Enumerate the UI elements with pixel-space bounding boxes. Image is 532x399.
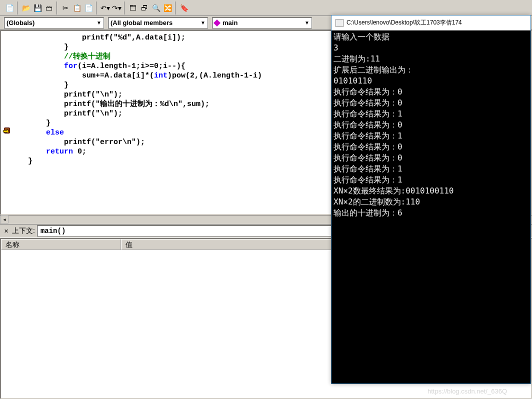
main-toolbar: 📄 📂 💾 🗃 ✂ 📋 📄 ↶▾ ↷▾ 🗔 🗗 🔍 🔀 🔖 <box>0 0 532 16</box>
scope-label: (Globals) <box>6 19 34 26</box>
open-icon[interactable]: 📂 <box>20 2 32 14</box>
watch-col-name[interactable]: 名称 <box>1 239 121 250</box>
bookmark-icon[interactable]: 🔖 <box>178 2 190 14</box>
chevron-down-icon: ▼ <box>200 20 206 26</box>
copy-icon[interactable]: 📋 <box>72 2 82 14</box>
console-output[interactable]: 请输入一个数据 3 二进制为:11 扩展后二进制输出为： 01010110 执行… <box>332 30 530 384</box>
redo-icon[interactable]: ↷▾ <box>111 2 122 14</box>
find-icon[interactable]: 🔍 <box>150 2 162 14</box>
members-dropdown[interactable]: (All global members ▼ <box>108 18 208 28</box>
scroll-left-button[interactable]: ◄ <box>0 216 8 224</box>
function-label: main <box>222 19 238 26</box>
new-file-icon[interactable]: 📄 <box>4 2 15 14</box>
undo-icon[interactable]: ↶▾ <box>100 2 110 14</box>
editor-gutter: ➡ <box>1 31 15 214</box>
close-icon[interactable]: ✕ <box>2 227 10 235</box>
members-label: (All global members <box>110 19 172 26</box>
console-title: C:\Users\lenovo\Desktop\软工1703李倩174 <box>346 18 462 27</box>
paste-icon[interactable]: 📄 <box>83 2 94 14</box>
watermark: https://blog.csdn.net/_636Q <box>428 388 507 395</box>
chevron-down-icon: ▼ <box>304 20 310 26</box>
chevron-down-icon: ▼ <box>96 20 102 26</box>
save-all-icon[interactable]: 🗃 <box>44 2 54 14</box>
workspace-icon[interactable]: 🗔 <box>128 2 138 14</box>
console-window: C:\Users\lenovo\Desktop\软工1703李倩174 请输入一… <box>331 15 531 384</box>
console-titlebar[interactable]: C:\Users\lenovo\Desktop\软工1703李倩174 <box>332 16 530 30</box>
console-app-icon <box>336 19 344 27</box>
function-icon <box>214 19 220 26</box>
toggle-icon[interactable]: 🔀 <box>162 2 173 14</box>
scope-dropdown[interactable]: (Globals) ▼ <box>4 18 104 28</box>
current-line-arrow-icon: ➡ <box>3 127 9 135</box>
function-dropdown[interactable]: main ▼ <box>212 18 312 28</box>
cut-icon[interactable]: ✂ <box>60 2 71 14</box>
context-label: 上下文: <box>12 226 35 236</box>
save-icon[interactable]: 💾 <box>32 2 43 14</box>
file-view-icon[interactable]: 🗗 <box>139 2 150 14</box>
